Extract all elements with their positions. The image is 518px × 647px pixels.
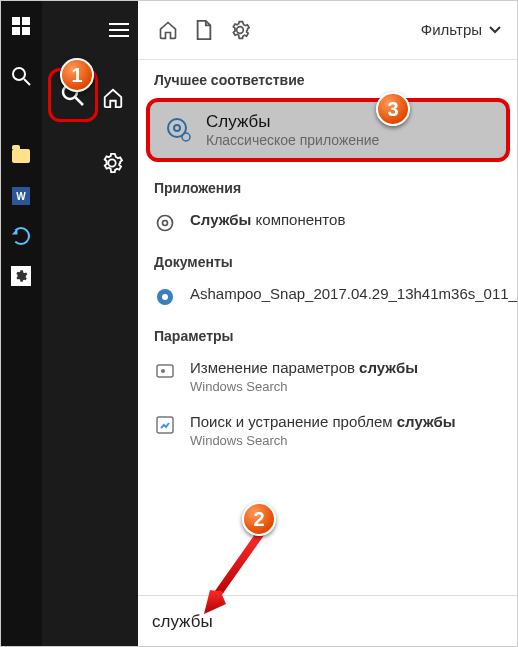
svg-point-4 <box>13 68 25 80</box>
search-results-panel: Фильтры Лучшее соответствие Службы Класс… <box>138 0 518 647</box>
annotation-bubble-3: 3 <box>376 92 410 126</box>
services-gear-icon <box>166 117 192 143</box>
home-icon[interactable] <box>98 77 128 119</box>
svg-point-11 <box>158 216 173 231</box>
best-match-item[interactable]: Службы Классическое приложение <box>146 98 510 162</box>
results-toolbar: Фильтры <box>138 0 518 60</box>
svg-point-16 <box>161 369 165 373</box>
group-params-label: Параметры <box>138 316 518 350</box>
svg-point-12 <box>163 221 168 226</box>
settings-gear-icon[interactable] <box>96 142 128 184</box>
svg-line-7 <box>76 98 84 106</box>
svg-line-5 <box>24 79 30 85</box>
gear-result-icon[interactable] <box>222 12 258 48</box>
best-match-title: Службы <box>206 112 379 132</box>
svg-rect-2 <box>12 27 20 35</box>
snapdoc-icon <box>154 286 176 308</box>
hamburger-icon[interactable] <box>109 23 129 37</box>
best-match-subtitle: Классическое приложение <box>206 132 379 148</box>
filters-label: Фильтры <box>421 21 482 38</box>
search-input-row <box>138 595 518 647</box>
param-result-item[interactable]: Изменение параметров службыWindows Searc… <box>138 350 518 404</box>
settings-app-button[interactable] <box>0 256 42 296</box>
file-explorer-button[interactable] <box>0 136 42 176</box>
refresh-app-button[interactable] <box>0 216 42 256</box>
group-best-match-label: Лучшее соответствие <box>138 60 518 94</box>
param-result-item[interactable]: Поиск и устранение проблем службыWindows… <box>138 404 518 458</box>
home-result-icon[interactable] <box>150 12 186 48</box>
svg-point-10 <box>182 133 190 141</box>
svg-rect-0 <box>12 17 20 25</box>
filters-dropdown[interactable]: Фильтры <box>421 21 502 38</box>
annotation-bubble-1: 1 <box>60 58 94 92</box>
svg-point-14 <box>162 294 168 300</box>
component-services-icon <box>154 212 176 234</box>
svg-point-9 <box>174 125 180 131</box>
annotation-bubble-2: 2 <box>242 502 276 536</box>
taskbar: W <box>0 0 42 647</box>
doc-result-text: Ashampoo_Snap_2017.04.29_13h41m36s_011_С… <box>190 284 518 304</box>
doc-result-item[interactable]: Ashampoo_Snap_2017.04.29_13h41m36s_011_С… <box>138 276 518 316</box>
group-apps-label: Приложения <box>138 168 518 202</box>
document-result-icon[interactable] <box>186 12 222 48</box>
app-result-item[interactable]: Службы компонентов <box>138 202 518 242</box>
troubleshoot-icon <box>154 414 176 436</box>
group-docs-label: Документы <box>138 242 518 276</box>
svg-rect-3 <box>22 27 30 35</box>
annotation-arrow <box>200 530 270 620</box>
param-icon <box>154 360 176 382</box>
start-button[interactable] <box>0 6 42 46</box>
search-taskbar-button[interactable] <box>0 56 42 96</box>
word-button[interactable]: W <box>0 176 42 216</box>
search-left-column <box>42 0 138 647</box>
chevron-down-icon <box>488 23 502 37</box>
svg-rect-1 <box>22 17 30 25</box>
